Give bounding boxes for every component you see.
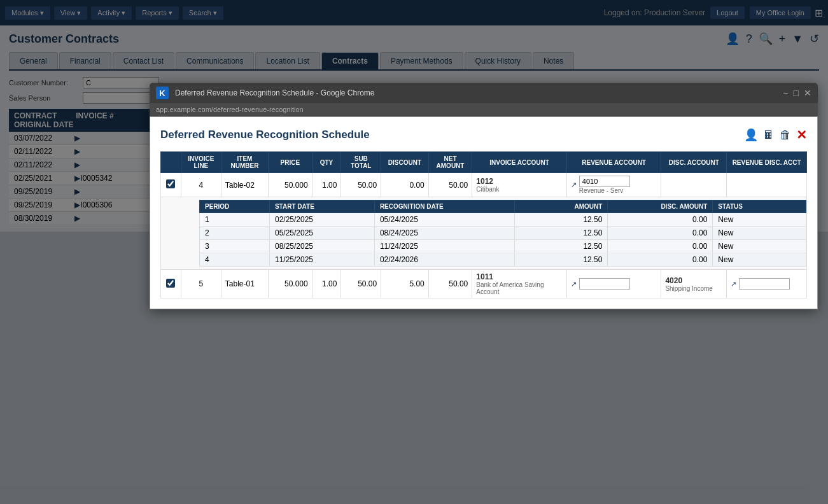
pr1-start: 02/25/2025	[269, 213, 374, 227]
col-revenue-account: REVENUE ACCOUNT	[566, 152, 661, 173]
row2-sub-total: 50.00	[341, 270, 381, 298]
row1-item-number: Table-02	[221, 173, 268, 197]
pr4-recognition: 02/24/2026	[374, 253, 514, 267]
row1-invoice-account: 1012 Citibank	[472, 173, 567, 197]
period-col-period: PERIOD	[200, 200, 270, 213]
row1-qty: 1.00	[312, 173, 341, 197]
row2-disc-account: 4020 Shipping Income	[661, 270, 727, 298]
row1-price: 50.000	[269, 173, 312, 197]
col-disc-account: DISC. ACCOUNT	[661, 152, 727, 173]
period-col-status: STATUS	[713, 200, 806, 213]
pr1-disc: 0.00	[608, 213, 713, 227]
period-row-4: 4 11/25/2025 02/24/2026 12.50 0.00 New	[200, 253, 806, 267]
row1-revenue-disc-acct	[727, 173, 807, 197]
pr2-amount: 12.50	[514, 227, 608, 240]
row2-disc-acct-code: 4020	[665, 276, 722, 285]
row2-revenue-disc-acct: ↗	[727, 270, 807, 298]
schedule-row-1: 4 Table-02 50.000 1.00 50.00 0.00 50.00 …	[161, 173, 807, 197]
pr4-disc: 0.00	[608, 253, 713, 267]
modal-calculator-icon[interactable]: 🖩	[763, 127, 775, 143]
col-qty: QTY	[312, 152, 341, 173]
col-discount: DISCOUNT	[381, 152, 429, 173]
col-item-number: ITEM NUMBER	[221, 152, 268, 173]
row2-net-amount: 50.00	[428, 270, 472, 298]
row2-rev-acct-input[interactable]	[579, 278, 630, 290]
row2-price: 50.000	[269, 270, 312, 298]
pr1-period: 1	[200, 213, 270, 227]
period-col-recognition: RECOGNITION DATE	[374, 200, 514, 213]
pr3-amount: 12.50	[514, 240, 608, 253]
modal-overlay: K Deferred Revenue Recognition Schedule …	[0, 0, 828, 504]
row1-rev-acct-input[interactable]	[579, 176, 630, 187]
col-checkbox	[161, 152, 181, 173]
pr3-recognition: 11/24/2025	[374, 240, 514, 253]
pr3-start: 08/25/2025	[269, 240, 374, 253]
pr2-start: 05/25/2025	[269, 227, 374, 240]
chrome-window-controls: − □ ✕	[783, 88, 811, 98]
pr3-disc: 0.00	[608, 240, 713, 253]
schedule-row-2: 5 Table-01 50.000 1.00 50.00 5.00 50.00 …	[161, 270, 807, 298]
period-row-1: 1 02/25/2025 05/24/2025 12.50 0.00 New	[200, 213, 806, 227]
maximize-button[interactable]: □	[794, 88, 799, 98]
row1-rev-ext-link-icon[interactable]: ↗	[571, 181, 577, 189]
row2-disc-acct-name: Shipping Income	[665, 285, 722, 292]
pr1-recognition: 05/24/2025	[374, 213, 514, 227]
pr4-period: 4	[200, 253, 270, 267]
modal-toolbar: 👤 🖩 🗑 ✕	[744, 127, 807, 143]
chrome-k-logo: K	[156, 87, 169, 99]
modal-close-icon[interactable]: ✕	[796, 127, 807, 143]
row1-invoice-line: 4	[181, 173, 221, 197]
row1-inv-acct-name: Citibank	[476, 186, 563, 193]
row1-disc-account	[661, 173, 727, 197]
row2-rev-ext-link-icon[interactable]: ↗	[571, 280, 577, 288]
modal-content: Deferred Revenue Recognition Schedule 👤 …	[150, 116, 818, 309]
pr3-status: New	[713, 240, 806, 253]
minimize-button[interactable]: −	[783, 88, 788, 98]
row2-inv-acct-name: Bank of America Saving Account	[476, 281, 563, 295]
row2-discount: 5.00	[381, 270, 429, 298]
row2-qty: 1.00	[312, 270, 341, 298]
pr2-status: New	[713, 227, 806, 240]
period-col-disc-amount: DISC. AMOUNT	[608, 200, 713, 213]
row2-item-number: Table-01	[221, 270, 268, 298]
modal-trash-icon[interactable]: 🗑	[780, 127, 791, 143]
period-row-2: 2 05/25/2025 08/24/2025 12.50 0.00 New	[200, 227, 806, 240]
row1-rev-acct-name: Revenue - Serv	[579, 187, 657, 194]
col-invoice-line: INVOICE LINE	[181, 152, 221, 173]
pr2-recognition: 08/24/2025	[374, 227, 514, 240]
row1-revenue-account: ↗ Revenue - Serv	[566, 173, 661, 197]
row2-invoice-account: 1011 Bank of America Saving Account	[472, 270, 567, 298]
period-col-start: START DATE	[269, 200, 374, 213]
pr1-status: New	[713, 213, 806, 227]
pr1-amount: 12.50	[514, 213, 608, 227]
row1-checkbox[interactable]	[166, 179, 175, 188]
row1-discount: 0.00	[381, 173, 429, 197]
period-row-3: 3 08/25/2025 11/24/2025 12.50 0.00 New	[200, 240, 806, 253]
modal-header: Deferred Revenue Recognition Schedule 👤 …	[160, 127, 807, 143]
period-detail-row: PERIOD START DATE RECOGNITION DATE AMOUN…	[161, 197, 807, 270]
pr4-status: New	[713, 253, 806, 267]
col-net-amount: NET AMOUNT	[428, 152, 472, 173]
row2-checkbox[interactable]	[166, 279, 175, 288]
pr4-amount: 12.50	[514, 253, 608, 267]
row1-inv-acct-code: 1012	[476, 177, 563, 186]
modal-person-icon[interactable]: 👤	[744, 127, 758, 143]
pr2-period: 2	[200, 227, 270, 240]
chrome-browser-window: K Deferred Revenue Recognition Schedule …	[150, 83, 818, 309]
col-revenue-disc-acct: REVENUE DISC. ACCT	[727, 152, 807, 173]
modal-title: Deferred Revenue Recognition Schedule	[160, 129, 370, 141]
row2-invoice-line: 5	[181, 270, 221, 298]
row2-inv-acct-code: 1011	[476, 272, 563, 281]
row2-revenue-account: ↗	[566, 270, 661, 298]
pr2-disc: 0.00	[608, 227, 713, 240]
pr3-period: 3	[200, 240, 270, 253]
schedule-table: INVOICE LINE ITEM NUMBER PRICE QTY SUB T…	[160, 151, 807, 298]
period-col-amount: AMOUNT	[514, 200, 608, 213]
period-table: PERIOD START DATE RECOGNITION DATE AMOUN…	[199, 200, 806, 267]
row2-rev-disc-link-icon[interactable]: ↗	[731, 280, 736, 288]
col-sub-total: SUB TOTAL	[341, 152, 381, 173]
pr4-start: 11/25/2025	[269, 253, 374, 267]
close-chrome-button[interactable]: ✕	[804, 88, 811, 98]
row2-rev-disc-acct-input[interactable]	[739, 278, 790, 290]
col-price: PRICE	[269, 152, 312, 173]
